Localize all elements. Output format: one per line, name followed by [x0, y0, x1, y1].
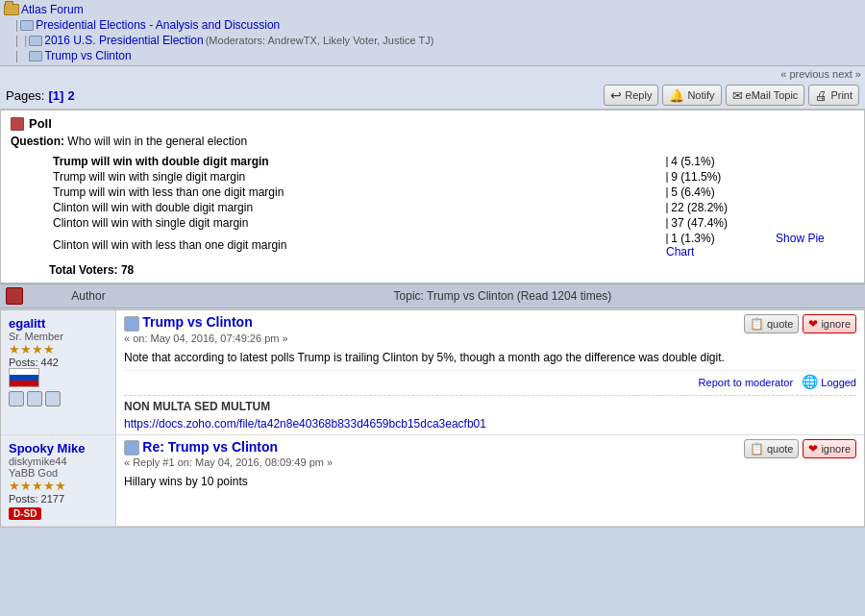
- action-buttons: ↩ Reply 🔔 Notify ✉ eMail Topic 🖨 Print: [604, 85, 859, 106]
- notify-icon: 🔔: [669, 88, 684, 103]
- subfolder-icon-l4: [29, 51, 42, 62]
- breadcrumb-level3[interactable]: 2016 U.S. Presidential Election: [44, 34, 203, 47]
- print-icon: 🖨: [815, 88, 828, 103]
- post-row-1: Spooky Mike diskymike44 YaBB God ★★★★★ P…: [1, 435, 864, 527]
- poll-bar-4: 37 (47.4%): [662, 215, 854, 231]
- show-pie-link[interactable]: Show Pie Chart: [666, 232, 825, 259]
- post-date-0: « on: May 04, 2016, 07:49:26 pm »: [124, 333, 288, 344]
- poll-row-3: Clinton will win with double digit margi…: [49, 200, 854, 215]
- poll-row-2: Trump will win with less than one digit …: [49, 185, 854, 200]
- folder-icon: [4, 4, 19, 15]
- ignore-icon-1: ❤: [808, 442, 818, 456]
- ignore-button-1[interactable]: ❤ ignore: [803, 439, 856, 458]
- print-button[interactable]: 🖨 Print: [808, 85, 859, 106]
- poll-icon: [11, 117, 24, 131]
- bar-outer-0: [666, 157, 668, 167]
- post-title-area-0: Trump vs Clinton « on: May 04, 2016, 07:…: [124, 314, 288, 344]
- question-text: Who will win in the general election: [67, 135, 247, 148]
- post-type-icon-0: [124, 316, 139, 332]
- breadcrumb-level1[interactable]: Atlas Forum: [21, 3, 84, 16]
- poll-option-5: Clinton will win with less than one digi…: [49, 231, 662, 259]
- poll-row-5: Clinton will win with less than one digi…: [49, 231, 854, 259]
- poll-header: Poll: [11, 116, 854, 131]
- reply-button[interactable]: ↩ Reply: [604, 85, 658, 106]
- top-nav: Pages: [1] 2 ↩ Reply 🔔 Notify ✉ eMail To…: [0, 82, 865, 110]
- forum-header-row: Author Topic: Trump vs Clinton (Read 120…: [0, 283, 865, 308]
- post-date-1: « Reply #1 on: May 04, 2016, 08:09:49 pm…: [124, 456, 333, 468]
- total-voters: Total Voters: 78: [49, 263, 854, 277]
- reply-label: Reply: [625, 89, 652, 101]
- poll-row-0: Trump will win with double digit margin …: [49, 154, 854, 169]
- notify-button[interactable]: 🔔 Notify: [662, 85, 721, 106]
- post-header-0: Trump vs Clinton « on: May 04, 2016, 07:…: [124, 314, 856, 344]
- breadcrumb-level1-row: Atlas Forum: [4, 2, 861, 17]
- topic-column-header: Topic: Trump vs Clinton (Read 1204 times…: [146, 289, 859, 303]
- author-rank-1b: YaBB God: [9, 467, 108, 479]
- author-posts-0: Posts: 442: [9, 357, 108, 368]
- poll-row-4: Clinton will win with single digit margi…: [49, 215, 854, 231]
- post-title-link-1[interactable]: Re: Trump vs Clinton: [142, 439, 278, 455]
- breadcrumb-level2-row: | Presidential Elections - Analysis and …: [4, 17, 861, 33]
- poll-bar-1: 9 (11.5%): [662, 169, 854, 185]
- post-author-col-1: Spooky Mike diskymike44 YaBB God ★★★★★ P…: [1, 435, 116, 526]
- author-flag-0: [9, 368, 39, 387]
- new-post-icon-1: Re: Trump vs Clinton: [124, 439, 333, 456]
- author-rank-1a: diskymike44: [9, 456, 108, 467]
- post-row-0: egalitt Sr. Member ★★★★ Posts: 442 Trump…: [1, 310, 864, 435]
- author-icon-3[interactable]: [45, 391, 61, 407]
- breadcrumb-level3-suffix: (Moderators: AndrewTX, Likely Voter, Jus…: [206, 35, 434, 46]
- post-body-0: Note that according to latest polls Trum…: [124, 350, 856, 366]
- posts-container: egalitt Sr. Member ★★★★ Posts: 442 Trump…: [0, 309, 865, 528]
- report-link-0[interactable]: Report to moderator: [699, 377, 793, 388]
- author-icon-2[interactable]: [27, 391, 42, 407]
- post-title-area-1: Re: Trump vs Clinton « Reply #1 on: May …: [124, 439, 333, 469]
- breadcrumb-level3-row: | | 2016 U.S. Presidential Election (Mod…: [4, 33, 861, 48]
- reply-icon: ↩: [610, 87, 622, 103]
- poll-table: Trump will win with double digit margin …: [49, 154, 854, 259]
- post-footer-0: Report to moderator 🌐 Logged: [124, 370, 856, 389]
- author-icons-0: [9, 391, 108, 407]
- author-posts-1: Posts: 2177: [9, 493, 108, 505]
- breadcrumb-level4[interactable]: Trump vs Clinton: [44, 49, 131, 62]
- print-label: Print: [830, 89, 853, 101]
- email-topic-label: eMail Topic: [746, 89, 799, 101]
- bar-outer-2: [666, 187, 668, 198]
- author-link-1[interactable]: Spooky Mike: [9, 441, 85, 456]
- ignore-label-0: ignore: [821, 318, 851, 330]
- author-name-0: egalitt: [9, 316, 108, 331]
- post-content-col-1: Re: Trump vs Clinton « Reply #1 on: May …: [116, 435, 864, 526]
- prev-next-text: « previous next »: [780, 68, 861, 80]
- bar-outer-1: [666, 172, 668, 183]
- breadcrumb-level2[interactable]: Presidential Elections - Analysis and Di…: [36, 18, 280, 32]
- quote-label-0: quote: [767, 318, 794, 330]
- current-page[interactable]: [1]: [48, 88, 63, 103]
- author-link-0[interactable]: egalitt: [9, 316, 45, 331]
- breadcrumb-level4-row: | Trump vs Clinton: [4, 48, 861, 63]
- author-column-header: Author: [31, 289, 146, 303]
- poll-option-1: Trump will win with single digit margin: [49, 169, 662, 185]
- post-type-icon-1: [124, 440, 139, 456]
- post-actions-0: 📋 quote ❤ ignore: [744, 314, 856, 333]
- author-stars-0: ★★★★: [9, 342, 108, 357]
- quote-label-1: quote: [767, 443, 794, 455]
- notify-label: Notify: [687, 89, 714, 101]
- quote-icon-0: 📋: [750, 317, 764, 331]
- subfolder-icon-l3: [29, 36, 42, 46]
- page-2-link[interactable]: 2: [67, 88, 74, 103]
- breadcrumb-bar: Atlas Forum | Presidential Elections - A…: [0, 0, 865, 66]
- post-title-link-0[interactable]: Trump vs Clinton: [142, 314, 252, 330]
- author-icon-1[interactable]: [9, 391, 24, 407]
- user-badge-1: D-SD: [9, 507, 41, 520]
- poll-bar-5: 1 (1.3%) Show Pie Chart: [662, 231, 854, 259]
- quote-button-1[interactable]: 📋 quote: [744, 439, 800, 458]
- quote-button-0[interactable]: 📋 quote: [744, 314, 800, 333]
- poll-option-3: Clinton will win with double digit margi…: [49, 200, 662, 215]
- email-topic-button[interactable]: ✉ eMail Topic: [726, 85, 805, 106]
- post-url-0[interactable]: https://docs.zoho.com/file/ta42n8e40368b…: [124, 417, 486, 431]
- prev-next-bar: « previous next »: [0, 66, 865, 82]
- ignore-button-0[interactable]: ❤ ignore: [803, 314, 856, 333]
- post-header-1: Re: Trump vs Clinton « Reply #1 on: May …: [124, 439, 856, 469]
- author-stars-1: ★★★★★: [9, 479, 108, 493]
- post-author-col-0: egalitt Sr. Member ★★★★ Posts: 442: [1, 310, 116, 434]
- subfolder-icon-l2: [20, 20, 34, 31]
